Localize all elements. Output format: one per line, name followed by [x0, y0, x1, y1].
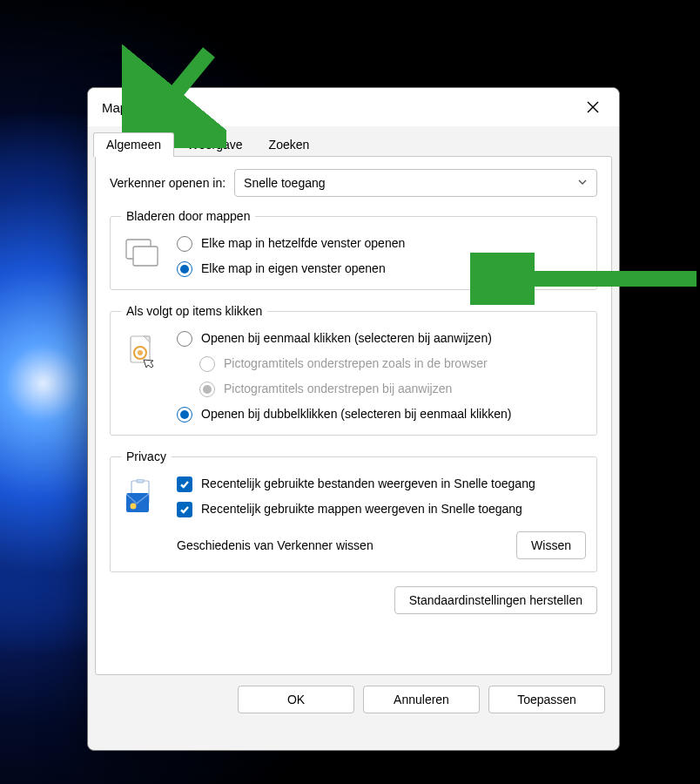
privacy-group: Privacy Recentelijk gebruikte bestanden … [110, 449, 597, 572]
click-document-icon [126, 334, 159, 370]
check-recent-folders[interactable]: Recentelijk gebruikte mappen weergeven i… [177, 501, 586, 517]
click-items-group: Als volgt op items klikken Openen bij ee… [110, 304, 597, 436]
radio-double-click[interactable]: Openen bij dubbelklikken (selecteren bij… [177, 406, 586, 422]
chevron-down-icon [577, 176, 588, 190]
open-explorer-in-row: Verkenner openen in: Snelle toegang [110, 169, 597, 197]
checkbox-icon [177, 502, 192, 517]
recent-items-icon [125, 479, 161, 514]
svg-point-7 [138, 350, 143, 355]
radio-same-window[interactable]: Elke map in hetzelfde venster openen [177, 235, 586, 252]
tab-strip: Algemeen Weergave Zoeken [88, 130, 619, 156]
windows-stack-icon [125, 239, 160, 267]
radio-own-window[interactable]: Elke map in eigen venster openen [177, 260, 586, 277]
clear-history-label: Geschiedenis van Verkenner wissen [177, 538, 374, 552]
radio-icon [177, 261, 192, 277]
checkbox-icon [177, 476, 192, 492]
radio-underline-point: Pictogramtitels onderstrepen bij aanwijz… [199, 381, 586, 397]
radio-icon [199, 356, 215, 372]
tab-search[interactable]: Zoeken [256, 132, 323, 157]
radio-single-click[interactable]: Openen bij eenmaal klikken (selecteren b… [177, 330, 586, 347]
open-explorer-in-dropdown[interactable]: Snelle toegang [234, 169, 597, 197]
tab-view[interactable]: Weergave [174, 132, 256, 157]
open-explorer-in-label: Verkenner openen in: [110, 176, 225, 190]
tab-panel-general: Verkenner openen in: Snelle toegang Blad… [95, 156, 612, 675]
browse-legend: Bladeren door mappen [121, 209, 255, 223]
svg-point-12 [131, 504, 137, 510]
restore-defaults-row: Standaardinstellingen herstellen [110, 586, 597, 614]
radio-icon [177, 236, 192, 252]
clear-history-button[interactable]: Wissen [516, 531, 586, 559]
dropdown-value: Snelle toegang [244, 176, 325, 190]
folder-options-dialog: Mapopties Algemeen Weergave Zoeken Verke… [87, 87, 620, 751]
radio-icon [199, 382, 215, 397]
svg-rect-9 [137, 479, 144, 483]
radio-icon [177, 407, 192, 422]
ok-button[interactable]: OK [238, 686, 354, 713]
titlebar: Mapopties [88, 88, 619, 126]
clear-history-row: Geschiedenis van Verkenner wissen Wissen [177, 531, 586, 559]
browse-icon-area [121, 235, 165, 277]
restore-defaults-button[interactable]: Standaardinstellingen herstellen [394, 586, 597, 614]
click-icon-area [121, 330, 165, 422]
apply-button[interactable]: Toepassen [488, 686, 605, 713]
close-button[interactable] [575, 93, 610, 121]
dialog-footer: OK Annuleren Toepassen [88, 682, 619, 726]
check-recent-files[interactable]: Recentelijk gebruikte bestanden weergeve… [177, 476, 586, 492]
radio-underline-browser: Pictogramtitels onderstrepen zoals in de… [199, 355, 586, 372]
cancel-button[interactable]: Annuleren [363, 686, 480, 713]
tab-general[interactable]: Algemeen [93, 132, 174, 157]
window-title: Mapopties [102, 100, 162, 115]
radio-icon [177, 331, 192, 347]
close-icon [587, 101, 599, 113]
privacy-legend: Privacy [121, 449, 172, 463]
browse-folders-group: Bladeren door mappen Elke map in hetzelf… [110, 209, 597, 290]
svg-rect-3 [133, 247, 158, 266]
click-legend: Als volgt op items klikken [121, 304, 267, 318]
privacy-icon-area [121, 476, 165, 559]
